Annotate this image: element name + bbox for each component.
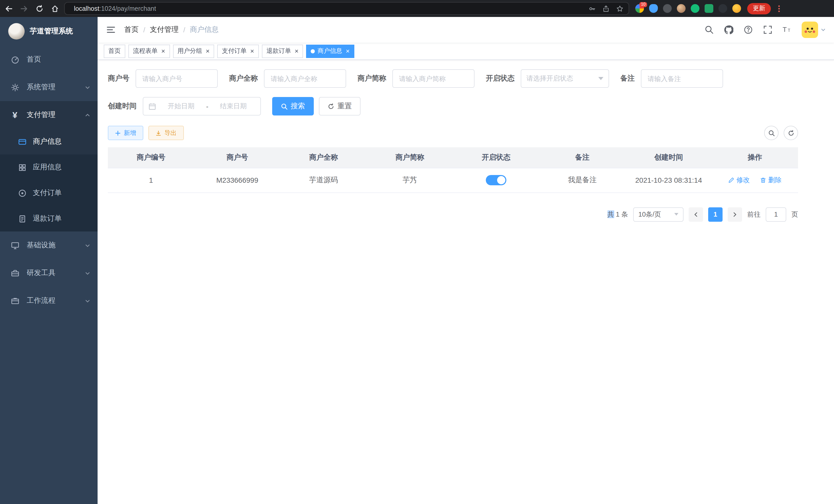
remark-input[interactable] (641, 69, 723, 88)
status-select[interactable]: 请选择开启状态 (521, 69, 609, 88)
extension-icon-7[interactable] (719, 4, 727, 13)
reload-icon[interactable] (35, 4, 44, 13)
breadcrumb-payment[interactable]: 支付管理 (150, 25, 179, 35)
sidebar-item-workflow[interactable]: 工作流程 (0, 287, 97, 315)
col-short-name: 商户简称 (367, 147, 453, 168)
forward-icon[interactable] (20, 4, 28, 13)
font-size-icon[interactable]: TT (782, 25, 792, 35)
sidebar-item-merchant-info[interactable]: 商户信息 (0, 129, 97, 155)
extension-icon-4[interactable] (677, 4, 686, 13)
search-form: 商户号 商户全称 商户简称 开启状态 请选择开启状态 (108, 69, 798, 125)
prev-page-icon[interactable] (689, 207, 703, 222)
reset-button[interactable]: 重置 (319, 97, 360, 115)
tab-process-form[interactable]: 流程表单× (128, 44, 170, 58)
extension-icon-6[interactable] (705, 4, 713, 13)
bookmark-star-icon[interactable] (616, 5, 623, 12)
delete-link-label: 删除 (768, 176, 782, 185)
tab-label: 商户信息 (317, 47, 342, 55)
tab-close-icon[interactable]: × (346, 48, 350, 54)
hamburger-icon[interactable] (106, 25, 116, 35)
search-icon[interactable] (704, 25, 714, 35)
sidebar-item-dev-tools[interactable]: 研发工具 (0, 259, 97, 287)
password-key-icon[interactable] (589, 5, 596, 12)
cell-merchant-no: M233666999 (194, 168, 280, 192)
sidebar-item-system[interactable]: 系统管理 (0, 73, 97, 101)
breadcrumb-home[interactable]: 首页 (124, 25, 139, 35)
browser-menu-icon[interactable] (775, 4, 783, 13)
reset-button-label: 重置 (337, 101, 352, 111)
short-name-input[interactable] (392, 69, 475, 88)
remark-label: 备注 (620, 74, 635, 83)
merchant-no-input[interactable] (136, 69, 218, 88)
col-remark: 备注 (539, 147, 626, 168)
extension-icon-1[interactable]: 10 (635, 4, 644, 13)
avatar-image (802, 22, 818, 38)
short-name-label: 商户简称 (357, 74, 386, 83)
tab-refund-order[interactable]: 退款订单× (262, 44, 303, 58)
extension-icon-5[interactable] (691, 4, 699, 13)
fullscreen-icon[interactable] (763, 25, 772, 35)
tab-home[interactable]: 首页 (104, 44, 125, 58)
tab-merchant-info[interactable]: 商户信息× (306, 44, 354, 58)
sidebar-item-home[interactable]: 首页 (0, 46, 97, 73)
chevron-down-icon (85, 85, 90, 90)
tab-close-icon[interactable]: × (295, 48, 299, 54)
status-toggle[interactable] (486, 175, 506, 185)
tab-close-icon[interactable]: × (206, 48, 210, 54)
extension-icon-8[interactable] (732, 4, 741, 13)
sidebar-item-label: 支付管理 (27, 110, 56, 120)
chevron-up-icon (85, 112, 90, 118)
browser-toolbar: localhost:1024/pay/merchant 10 更新 (0, 0, 834, 17)
edit-link[interactable]: 修改 (728, 176, 750, 185)
github-icon[interactable] (724, 25, 733, 35)
extension-icon-3[interactable] (663, 4, 672, 13)
app-logo[interactable]: 芋道管理系统 (0, 17, 97, 46)
tab-pay-order[interactable]: 支付订单× (217, 44, 259, 58)
active-tab-dot (311, 49, 315, 53)
next-page-icon[interactable] (728, 207, 742, 222)
cell-actions: 修改 删除 (712, 168, 798, 192)
sidebar-item-refund-order[interactable]: 退款订单 (0, 206, 97, 231)
col-merchant-no: 商户号 (194, 147, 280, 168)
extension-icon-2[interactable] (649, 4, 658, 13)
tab-label: 流程表单 (133, 47, 158, 55)
sidebar-item-payment[interactable]: ¥ 支付管理 (0, 101, 97, 129)
toggle-search-icon[interactable] (764, 126, 778, 140)
page-number-current[interactable]: 1 (708, 207, 723, 222)
export-button[interactable]: 导出 (148, 126, 184, 140)
create-time-range-picker[interactable]: 开始日期 - 结束日期 (143, 97, 261, 115)
toolbox-icon (10, 269, 20, 278)
browser-update-button[interactable]: 更新 (747, 3, 771, 14)
grid-icon (18, 163, 27, 172)
user-avatar[interactable] (802, 22, 826, 38)
col-merchant-id: 商户编号 (108, 147, 194, 168)
tabs-bar: 首页 流程表单× 用户分组× 支付订单× 退款订单× 商户信息× (97, 43, 834, 60)
add-button[interactable]: 新增 (108, 126, 143, 140)
help-icon[interactable] (743, 25, 753, 35)
search-button[interactable]: 搜索 (272, 97, 314, 115)
chevron-down-icon (598, 77, 603, 80)
chevron-down-icon (821, 25, 826, 35)
goto-page-input[interactable] (766, 207, 786, 222)
sidebar-item-app-info[interactable]: 应用信息 (0, 155, 97, 180)
page-size-select[interactable]: 10条/页 (633, 207, 683, 222)
url-bar[interactable]: localhost:1024/pay/merchant (64, 2, 629, 15)
col-create-time: 创建时间 (626, 147, 712, 168)
tab-user-group[interactable]: 用户分组× (173, 44, 214, 58)
back-icon[interactable] (4, 4, 13, 13)
refresh-icon[interactable] (784, 126, 798, 140)
screen: localhost:1024/pay/merchant 10 更新 (0, 0, 834, 504)
status-select-placeholder: 请选择开启状态 (526, 74, 598, 83)
chevron-down-icon (85, 270, 90, 276)
top-navbar: 首页 / 支付管理 / 商户信息 (97, 17, 834, 43)
breadcrumb-current: 商户信息 (190, 25, 219, 35)
sidebar-item-infrastructure[interactable]: 基础设施 (0, 231, 97, 259)
tab-close-icon[interactable]: × (161, 48, 165, 54)
tab-close-icon[interactable]: × (250, 48, 254, 54)
delete-link[interactable]: 删除 (760, 176, 782, 185)
full-name-input[interactable] (264, 69, 346, 88)
share-icon[interactable] (602, 5, 610, 12)
home-icon[interactable] (50, 4, 59, 13)
export-button-label: 导出 (164, 129, 177, 137)
sidebar-item-pay-order[interactable]: 支付订单 (0, 180, 97, 206)
